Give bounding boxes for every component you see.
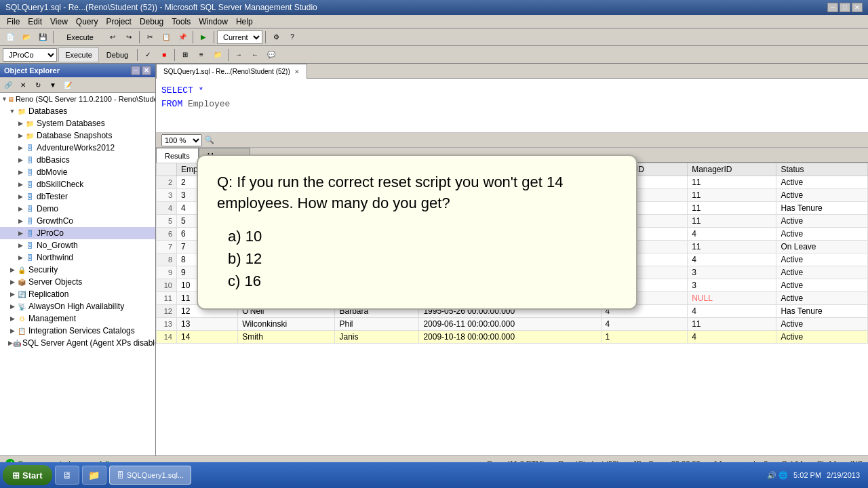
tree-integration-services[interactable]: ▶ 📋 Integration Services Catalogs [0, 325, 155, 337]
tree-northwind[interactable]: ▶ 🗄 Northwind [0, 251, 155, 264]
tree-management[interactable]: ▶ ⚙ Management [0, 312, 155, 325]
adventureworks-expander: ▶ [16, 144, 24, 152]
menu-window[interactable]: Window [195, 16, 232, 28]
minimize-button[interactable]: ─ [827, 3, 838, 12]
cell-rownum: 11 [157, 292, 177, 305]
oe-connect-btn[interactable]: 🔗 [1, 79, 15, 91]
tree-db-snapshots[interactable]: ▶ 📁 Database Snapshots [0, 129, 155, 142]
table-row: 1313WilconkinskiPhil2009-06-11 00:00:00.… [157, 318, 868, 331]
menu-debug[interactable]: Debug [136, 16, 167, 28]
tree-no-growth[interactable]: ▶ 🗄 No_Growth [0, 239, 155, 251]
tree-adventureworks[interactable]: ▶ 🗄 AdventureWorks2012 [0, 142, 155, 154]
tab-close-icon[interactable]: ✕ [294, 68, 300, 75]
growthco-icon: 🗄 [24, 216, 35, 226]
zoom-select[interactable]: 100 % [161, 134, 202, 146]
cell-status: On Leave [776, 241, 868, 253]
indent-btn[interactable]: → [231, 47, 246, 62]
tree-dbbasics[interactable]: ▶ 🗄 dbBasics [0, 154, 155, 166]
tree-databases-node[interactable]: ▼ 📁 Databases [0, 105, 155, 117]
tree-server-node[interactable]: ▼ 🖥 Reno (SQL Server 11.0.2100 - Reno\St… [0, 93, 155, 105]
cell-managerid: 11 [688, 215, 776, 228]
tree-alwayson[interactable]: ▶ 📡 AlwaysOn High Availability [0, 300, 155, 312]
results-to-text-btn[interactable]: ≡ [194, 47, 209, 62]
tree-server-objects[interactable]: ▶ 📦 Server Objects [0, 276, 155, 288]
oe-new-query-btn[interactable]: 📝 [61, 79, 75, 91]
menu-edit[interactable]: Edit [24, 16, 46, 28]
outdent-btn[interactable]: ← [248, 47, 262, 62]
more-btn[interactable]: ⚙ [269, 30, 283, 45]
copy-btn[interactable]: 📋 [159, 30, 174, 45]
cell-managerid: 4 [688, 331, 776, 344]
menu-query[interactable]: Query [72, 16, 102, 28]
save-btn[interactable]: 💾 [35, 30, 50, 45]
stop-btn[interactable]: ■ [157, 47, 172, 62]
cell-status: Active [776, 176, 868, 189]
zoom-bar: 100 % 🔍 [156, 133, 868, 148]
menu-project[interactable]: Project [102, 16, 136, 28]
window-controls[interactable]: ─ □ ✕ [827, 3, 863, 12]
database-dropdown[interactable]: Current [217, 30, 262, 44]
close-button[interactable]: ✕ [852, 3, 863, 12]
debug-btn[interactable]: Debug [100, 47, 134, 62]
system-tray: 🔊 🌐 5:02 PM 2/19/2013 [767, 471, 865, 480]
results-to-file-btn[interactable]: 📁 [210, 47, 225, 62]
execute-btn[interactable]: Execute [58, 47, 99, 62]
new-query-btn[interactable]: Execute [56, 30, 104, 45]
menu-view[interactable]: View [46, 16, 72, 28]
cut-btn[interactable]: ✂ [142, 30, 157, 45]
cell-lastname: Wilconkinski [238, 318, 335, 331]
results-to-grid-btn[interactable]: ⊞ [178, 47, 193, 62]
run-btn[interactable]: ▶ [196, 30, 211, 45]
tree-dbtester[interactable]: ▶ 🗄 dbTester [0, 190, 155, 203]
dbskillcheck-expander: ▶ [16, 180, 24, 188]
paste-btn[interactable]: 📌 [175, 30, 190, 45]
redo-btn[interactable]: ↪ [121, 30, 136, 45]
query-tab[interactable]: SQLQuery1.sql - Re...(Reno\Student (52))… [156, 64, 307, 79]
snapshots-label: Database Snapshots [37, 131, 112, 140]
tree-security[interactable]: ▶ 🔒 Security [0, 264, 155, 276]
tree-dbmovie[interactable]: ▶ 🗄 dbMovie [0, 166, 155, 178]
help-icon[interactable]: ? [285, 30, 300, 45]
cell-firstname: Janis [335, 331, 419, 344]
panel-pin-btn[interactable]: ─ [131, 66, 140, 75]
cell-locationid: 4 [601, 318, 688, 331]
panel-close-btn[interactable]: ✕ [142, 66, 151, 75]
comment-btn[interactable]: 💬 [264, 47, 279, 62]
menu-tools[interactable]: Tools [167, 16, 195, 28]
tree-demo[interactable]: ▶ 🗄 Demo [0, 203, 155, 215]
menu-file[interactable]: File [3, 16, 24, 28]
quiz-question: Q: If you run the correct reset script y… [217, 172, 617, 214]
taskbar-ssms-app[interactable]: 🗄 SQLQuery1.sql... [109, 466, 191, 485]
undo-btn[interactable]: ↩ [105, 30, 120, 45]
start-button[interactable]: ⊞ Start [3, 465, 52, 485]
oe-refresh-btn[interactable]: ↻ [31, 79, 45, 91]
tree-replication[interactable]: ▶ 🔄 Replication [0, 288, 155, 300]
query-line1: SELECT * [161, 84, 863, 98]
management-expander: ▶ [8, 314, 16, 323]
tree-sql-agent[interactable]: ▶ 🤖 SQL Server Agent (Agent XPs disabled… [0, 337, 155, 349]
tree-system-db[interactable]: ▶ 📁 System Databases [0, 117, 155, 129]
cell-rownum: 13 [157, 318, 177, 331]
oe-filter-btn[interactable]: ▼ [46, 79, 60, 91]
menu-help[interactable]: Help [232, 16, 257, 28]
connection-dropdown[interactable]: JProCo [3, 48, 57, 62]
tree-jproco[interactable]: ▶ 🗄 JProCo [0, 227, 155, 239]
zoom-icon: 🔍 [205, 136, 214, 144]
maximize-button[interactable]: □ [840, 3, 850, 12]
taskbar-show-desktop[interactable]: 🖥 [55, 466, 79, 485]
results-tab[interactable]: Results [156, 148, 199, 163]
open-btn[interactable]: 📂 [19, 30, 34, 45]
cell-status: Active [776, 215, 868, 228]
cell-rownum: 9 [157, 266, 177, 279]
tree-dbskillcheck[interactable]: ▶ 🗄 dbSkillCheck [0, 178, 155, 190]
taskbar-explorer[interactable]: 📁 [82, 466, 106, 485]
tree-growthco[interactable]: ▶ 🗄 GrowthCo [0, 215, 155, 227]
new-file-btn[interactable]: 📄 [3, 30, 18, 45]
dbmovie-icon: 🗄 [24, 167, 35, 178]
agent-icon: 🤖 [13, 338, 21, 348]
parse-btn[interactable]: ✓ [140, 47, 155, 62]
databases-expander: ▼ [8, 107, 16, 115]
query-editor[interactable]: SELECT * FROM Employee [156, 79, 868, 133]
oe-disconnect-btn[interactable]: ✕ [16, 79, 30, 91]
dbmovie-label: dbMovie [37, 167, 67, 177]
